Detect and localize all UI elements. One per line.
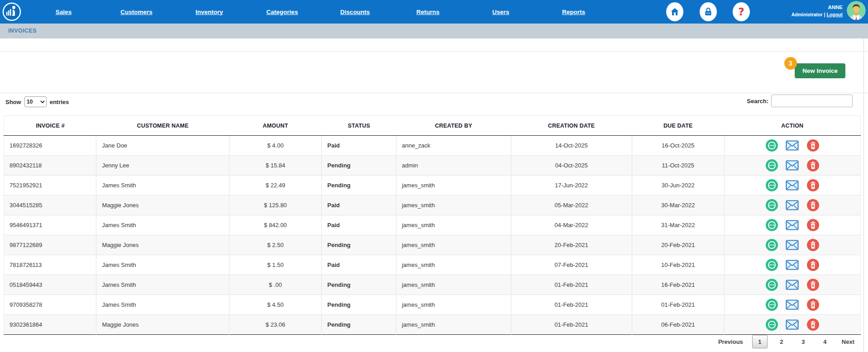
amount-cell: $ 842.00 xyxy=(229,215,321,235)
customer-name-cell: James Smith xyxy=(96,295,229,315)
delete-button[interactable] xyxy=(807,139,819,152)
delete-button[interactable] xyxy=(807,299,819,311)
page-numbers: 1234 xyxy=(752,335,833,348)
table-row: 9709358278 James Smith $ 4.50 Pending ja… xyxy=(4,295,861,315)
detail-button[interactable] xyxy=(766,219,778,231)
delete-button[interactable] xyxy=(807,239,819,251)
delete-icon xyxy=(807,139,819,152)
column-header-created-by[interactable]: CREATED BY xyxy=(396,116,511,136)
email-button[interactable] xyxy=(786,220,799,230)
nav-link-returns[interactable]: Returns xyxy=(416,9,439,15)
detail-icon xyxy=(766,139,778,152)
nav-link-inventory[interactable]: Inventory xyxy=(196,9,223,15)
detail-icon xyxy=(766,279,778,291)
avatar-icon xyxy=(847,1,866,20)
email-button[interactable] xyxy=(786,160,799,171)
table-row: 9302361864 Maggie Jones $ 23.06 Pending … xyxy=(4,315,861,335)
invoice-number-cell: 0518459443 xyxy=(4,275,96,295)
detail-button[interactable] xyxy=(766,179,778,191)
table-row: 1692728326 Jane Doe $ 4.00 Paid anne_zac… xyxy=(4,136,861,156)
nav-link-categories[interactable]: Categories xyxy=(267,9,298,15)
column-header-status[interactable]: STATUS xyxy=(322,116,396,136)
page-button-4[interactable]: 4 xyxy=(817,335,833,348)
home-button[interactable] xyxy=(666,2,683,21)
email-button[interactable] xyxy=(786,240,799,250)
nav-link-customers[interactable]: Customers xyxy=(120,9,153,15)
created-by-cell: james_smith xyxy=(396,275,511,295)
page-button-1[interactable]: 1 xyxy=(752,335,768,348)
divider xyxy=(0,51,868,52)
column-header-action[interactable]: ACTION xyxy=(724,116,860,136)
detail-button[interactable] xyxy=(766,199,778,211)
help-button[interactable]: ? xyxy=(733,2,750,21)
detail-button[interactable] xyxy=(766,159,778,171)
detail-button[interactable] xyxy=(766,139,778,152)
lock-button[interactable] xyxy=(700,2,717,21)
amount-cell: $ 2.50 xyxy=(229,235,321,255)
invoice-table: INVOICE # CUSTOMER NAME AMOUNT STATUS CR… xyxy=(4,115,861,335)
delete-button[interactable] xyxy=(807,219,819,231)
detail-button[interactable] xyxy=(766,259,778,271)
nav-link-discounts[interactable]: Discounts xyxy=(340,9,370,15)
delete-button[interactable] xyxy=(807,259,819,271)
amount-cell: $ 22.49 xyxy=(229,176,321,195)
creation-date-cell: 01-Feb-2021 xyxy=(511,295,632,315)
due-date-cell: 01-Feb-2021 xyxy=(632,295,724,315)
detail-button[interactable] xyxy=(766,279,778,291)
action-cell xyxy=(724,195,860,215)
column-header-due-date[interactable]: DUE DATE xyxy=(632,116,724,136)
creation-date-cell: 05-Mar-2022 xyxy=(511,195,632,215)
delete-button[interactable] xyxy=(807,319,819,331)
delete-icon xyxy=(807,299,819,311)
user-info: ANNE Administrator | Logout xyxy=(792,4,843,18)
pagination: Previous 1234 Next xyxy=(715,335,858,348)
column-header-amount[interactable]: AMOUNT xyxy=(229,116,321,136)
created-by-cell: admin xyxy=(396,156,511,176)
page-size-select[interactable]: 10 xyxy=(24,96,47,107)
amount-cell: $ 125.80 xyxy=(229,195,321,215)
previous-page-button[interactable]: Previous xyxy=(715,336,747,348)
email-button[interactable] xyxy=(786,280,799,290)
delete-button[interactable] xyxy=(807,279,819,291)
detail-button[interactable] xyxy=(766,319,778,331)
page-button-3[interactable]: 3 xyxy=(796,335,811,348)
column-header-creation-date[interactable]: CREATION DATE xyxy=(511,116,632,136)
email-button[interactable] xyxy=(786,319,799,330)
delete-icon xyxy=(807,199,819,211)
logout-link[interactable]: Logout xyxy=(826,12,843,17)
column-header-customer[interactable]: CUSTOMER NAME xyxy=(96,116,229,136)
nav-link-reports[interactable]: Reports xyxy=(562,9,585,15)
search-input[interactable] xyxy=(771,95,853,107)
next-page-button[interactable]: Next xyxy=(838,336,858,348)
nav-link-sales[interactable]: Sales xyxy=(56,9,72,15)
detail-button[interactable] xyxy=(766,239,778,251)
app-logo[interactable] xyxy=(2,2,21,21)
delete-button[interactable] xyxy=(807,179,819,191)
amount-cell: $ 15.84 xyxy=(229,156,321,176)
delete-button[interactable] xyxy=(807,159,819,171)
new-invoice-button[interactable]: New Invoice 3 xyxy=(795,63,845,78)
user-role: Administrator xyxy=(792,12,823,17)
page-button-2[interactable]: 2 xyxy=(774,335,789,348)
detail-icon xyxy=(766,179,778,191)
delete-button[interactable] xyxy=(807,199,819,211)
detail-button[interactable] xyxy=(766,299,778,311)
table-row: 9546491371 James Smith $ 842.00 Paid jam… xyxy=(4,215,861,235)
email-button[interactable] xyxy=(786,300,799,310)
created-by-cell: james_smith xyxy=(396,315,511,335)
column-header-invoice[interactable]: INVOICE # xyxy=(4,116,96,136)
email-button[interactable] xyxy=(786,180,799,190)
creation-date-cell: 07-Feb-2021 xyxy=(511,255,632,275)
delete-icon xyxy=(807,219,819,231)
nav-link-users[interactable]: Users xyxy=(492,9,510,15)
email-button[interactable] xyxy=(786,260,799,270)
customer-name-cell: Maggie Jones xyxy=(96,315,229,335)
email-button[interactable] xyxy=(786,140,799,151)
question-mark-icon: ? xyxy=(738,6,744,18)
action-cell xyxy=(724,275,860,295)
user-avatar[interactable] xyxy=(847,1,866,20)
email-button[interactable] xyxy=(786,200,799,210)
customer-name-cell: James Smith xyxy=(96,176,229,195)
created-by-cell: james_smith xyxy=(396,176,511,195)
home-icon xyxy=(670,7,680,17)
